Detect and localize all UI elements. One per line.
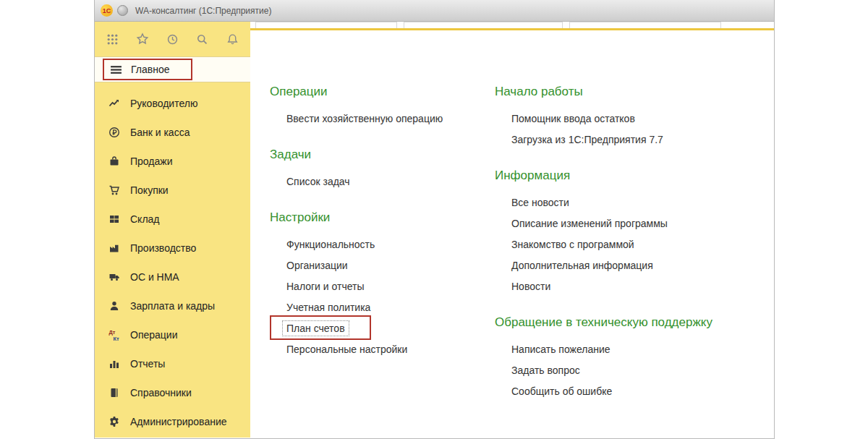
section: Операции Ввести хозяйственную операцию	[270, 85, 487, 129]
list-item: Учетная политика	[270, 297, 487, 317]
list-item: План счетов	[270, 317, 487, 338]
sidebar-item-directories[interactable]: Справочники	[95, 378, 250, 407]
history-icon[interactable]	[165, 30, 180, 48]
window-tab[interactable]	[569, 22, 721, 28]
sidebar-item-label: Операции	[130, 329, 178, 341]
sidebar-item-sales[interactable]: Продажи	[95, 147, 250, 176]
favorites-star-icon[interactable]	[135, 30, 150, 48]
sidebar-item-label: Банк и касса	[130, 127, 190, 138]
content-column-1: Операции Ввести хозяйственную операцию З…	[270, 85, 487, 359]
sidebar-toolbar	[95, 22, 250, 56]
dt-kt-icon: Дт Кт	[108, 329, 121, 341]
list-item: Загрузка из 1С:Предприятия 7.7	[495, 129, 774, 150]
sidebar-item-administration[interactable]: Администрирование	[95, 407, 250, 436]
sidebar-item-reports[interactable]: Отчеты	[95, 349, 250, 378]
list-item: Написать пожелание	[495, 338, 774, 359]
section: Обращение в техническую поддержку Написа…	[495, 315, 774, 401]
gear-icon	[108, 416, 121, 427]
content-column-2: Начало работы Помощник ввода остатков За…	[495, 85, 774, 401]
sidebar-item-bank-cash[interactable]: Банк и касса	[95, 118, 250, 147]
menu-link[interactable]: Организации	[286, 260, 348, 271]
system-menu-button[interactable]	[117, 5, 128, 16]
section-title: Задачи	[270, 148, 487, 162]
menu-link[interactable]: Сообщить об ошибке	[511, 385, 612, 397]
sidebar-item-label: ОС и НМА	[130, 271, 179, 283]
apps-menu-icon[interactable]	[105, 30, 120, 48]
menu-link[interactable]: Список задач	[286, 176, 350, 187]
app-window: 1С WA-консалтинг (1С:Предприятие)	[94, 0, 775, 439]
section-title: Обращение в техническую поддержку	[495, 315, 774, 330]
sidebar-items: Руководителю Банк и касса	[95, 82, 250, 436]
sidebar-item-fixed-assets[interactable]: ОС и НМА	[95, 263, 250, 291]
window-title: WA-консалтинг (1С:Предприятие)	[135, 6, 271, 16]
sidebar-item-purchases[interactable]: Покупки	[95, 176, 250, 205]
list-item: Описание изменений программы	[495, 213, 774, 234]
menu-link[interactable]: Помощник ввода остатков	[511, 113, 635, 124]
list-item: Знакомство с программой	[495, 234, 774, 255]
menu-link[interactable]: Дополнительная информация	[511, 260, 653, 271]
menu-link[interactable]: Налоги и отчеты	[286, 281, 365, 292]
menu-link[interactable]: Функциональность	[286, 239, 375, 250]
titlebar: 1С WA-консалтинг (1С:Предприятие)	[95, 0, 774, 22]
menu-link-plan-schetov[interactable]: План счетов	[282, 320, 349, 336]
section: Информация Все новости Описание изменени…	[495, 169, 774, 297]
grid-icon	[108, 213, 121, 225]
sidebar-item-main[interactable]: Главное	[95, 56, 250, 82]
menu-link[interactable]: Ввести хозяйственную операцию	[286, 113, 443, 124]
svg-text:Кт: Кт	[113, 335, 119, 341]
main-section-panel: Операции Ввести хозяйственную операцию З…	[250, 30, 774, 435]
list-item: Новости	[495, 276, 774, 297]
menu-link[interactable]: Новости	[511, 281, 550, 292]
list-item: Все новости	[495, 192, 774, 213]
list-item: Организации	[270, 255, 487, 276]
section-title: Настройки	[270, 210, 487, 225]
truck-icon	[108, 271, 121, 283]
person-icon	[108, 300, 121, 312]
window-tab[interactable]	[404, 22, 563, 28]
section-title: Информация	[495, 169, 774, 183]
factory-icon	[108, 242, 121, 254]
sidebar-item-label: Руководителю	[130, 98, 197, 109]
section-title: Операции	[270, 85, 487, 99]
bar-chart-icon	[108, 358, 121, 370]
menu-link[interactable]: Знакомство с программой	[511, 239, 634, 250]
search-icon[interactable]	[195, 30, 210, 48]
menu-link[interactable]: Учетная политика	[286, 302, 370, 313]
section: Настройки Функциональность Организации Н…	[270, 210, 487, 359]
list-item: Налоги и отчеты	[270, 276, 487, 297]
menu-link[interactable]: Персональные настройки	[286, 344, 407, 355]
menu-link[interactable]: Написать пожелание	[511, 344, 610, 355]
book-icon	[108, 387, 121, 398]
sidebar-item-warehouse[interactable]: Склад	[95, 205, 250, 234]
sidebar-item-label: Склад	[130, 213, 160, 225]
sidebar-item-label: Зарплата и кадры	[130, 300, 215, 312]
sidebar-item-label: Производство	[130, 242, 196, 254]
sidebar-item-label: Администрирование	[130, 416, 227, 427]
menu-link[interactable]: Задать вопрос	[511, 365, 580, 376]
cart-icon	[108, 184, 121, 196]
menu-link[interactable]: Описание изменений программы	[511, 218, 668, 229]
list-item: Дополнительная информация	[495, 255, 774, 276]
menu-link[interactable]: Загрузка из 1С:Предприятия 7.7	[511, 134, 663, 145]
sidebar: Главное Руководителю	[95, 22, 250, 438]
list-item: Ввести хозяйственную операцию	[270, 108, 487, 129]
list-item: Сообщить об ошибке	[495, 380, 774, 401]
menu-link[interactable]: Все новости	[511, 197, 569, 208]
content-area: Операции Ввести хозяйственную операцию З…	[250, 22, 774, 438]
sidebar-item-operations[interactable]: Дт Кт Операции	[95, 320, 250, 349]
section-title: Начало работы	[495, 85, 774, 99]
sidebar-item-manager[interactable]: Руководителю	[95, 89, 250, 118]
sidebar-item-salary-hr[interactable]: Зарплата и кадры	[95, 291, 250, 320]
notifications-bell-icon[interactable]	[225, 30, 240, 48]
sidebar-item-label: Отчеты	[130, 358, 165, 370]
sidebar-item-label: Продажи	[130, 155, 172, 167]
window-tab[interactable]	[255, 22, 397, 28]
list-item: Функциональность	[270, 234, 487, 255]
menu-icon	[109, 64, 122, 75]
trend-up-icon	[108, 98, 121, 109]
ruble-icon	[108, 127, 121, 138]
sidebar-item-production[interactable]: Производство	[95, 234, 250, 263]
bag-icon	[108, 155, 121, 167]
open-windows-tabbar	[250, 22, 774, 30]
list-item: Помощник ввода остатков	[495, 108, 774, 129]
